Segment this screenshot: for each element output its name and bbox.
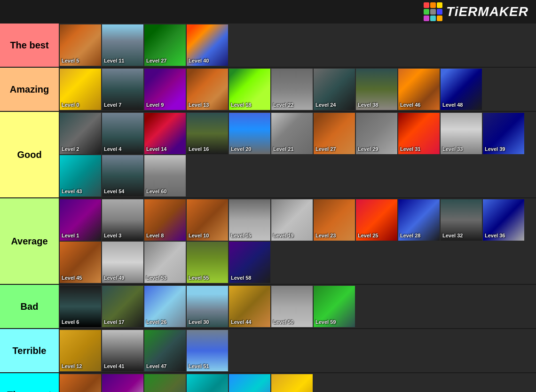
tier-item-label: Level 32 bbox=[442, 233, 463, 239]
tier-item[interactable]: Level 53 bbox=[144, 242, 186, 283]
tier-item[interactable]: Level 14 bbox=[144, 113, 186, 154]
tier-item[interactable]: Level 1 bbox=[60, 199, 101, 241]
tier-item-label: Level 4 bbox=[104, 146, 121, 152]
tier-item[interactable]: Level 50 bbox=[271, 286, 313, 327]
tier-item[interactable]: Level 34 bbox=[60, 374, 101, 392]
tier-item[interactable]: Level 20 bbox=[229, 113, 270, 154]
tier-item[interactable]: Level 5 bbox=[60, 24, 101, 66]
tier-item-label: Level 7 bbox=[104, 102, 121, 108]
tier-item[interactable]: Level 15 bbox=[229, 199, 270, 241]
tier-item[interactable]: Level 28 bbox=[398, 199, 440, 241]
tier-item[interactable]: Level 40 bbox=[187, 24, 228, 66]
tier-item-bg: Level 12 bbox=[60, 330, 101, 371]
tier-item-bg: Level 40 bbox=[187, 24, 228, 66]
tier-item[interactable]: Level 4 bbox=[102, 113, 143, 154]
tier-item[interactable]: Level 31 bbox=[398, 113, 440, 154]
tier-item[interactable]: Level 60 bbox=[144, 155, 186, 196]
logo-cell bbox=[437, 2, 442, 8]
tier-item[interactable]: Level 35 bbox=[102, 374, 143, 392]
tier-item[interactable]: Level 51 bbox=[187, 330, 228, 371]
tier-item[interactable]: Level 27 bbox=[314, 113, 355, 154]
tier-item[interactable]: Level 38 bbox=[356, 69, 397, 110]
tier-item[interactable]: Level 39 bbox=[483, 113, 524, 154]
tier-item[interactable]: Level 44 bbox=[229, 286, 270, 327]
tier-item-label: Level 17 bbox=[104, 319, 124, 325]
tier-item-bg: Level 55 bbox=[187, 242, 228, 283]
tier-item[interactable]: Level 2 bbox=[60, 113, 101, 154]
tier-item-bg: Level 14 bbox=[144, 113, 186, 154]
tier-item[interactable]: Level 55 bbox=[187, 242, 228, 283]
tier-item[interactable]: Level 25 bbox=[356, 199, 397, 241]
tier-item[interactable]: Level 41 bbox=[102, 330, 143, 371]
tier-item-label: Level 28 bbox=[400, 233, 420, 239]
logo-cell bbox=[424, 2, 429, 8]
tier-item-bg: Level 27 bbox=[314, 113, 355, 154]
tier-item[interactable]: Level 57 bbox=[271, 374, 313, 392]
tier-item-label: Level 55 bbox=[189, 275, 209, 281]
tier-item-bg: Level 49 bbox=[102, 242, 143, 283]
tier-item[interactable]: Level 46 bbox=[398, 69, 440, 110]
tier-item[interactable]: Level 12 bbox=[60, 330, 101, 371]
tier-label-worst: The worst bbox=[0, 373, 59, 392]
tier-item-label: Level 18 bbox=[231, 102, 251, 108]
tier-item[interactable]: Level 48 bbox=[441, 69, 482, 110]
tier-item-bg: Level 10 bbox=[187, 199, 228, 241]
tier-item[interactable]: Level 27 bbox=[144, 24, 186, 66]
tier-item[interactable]: Level 54 bbox=[102, 155, 143, 196]
tier-item-bg: Level 54 bbox=[102, 155, 143, 196]
tier-item[interactable]: Level 45 bbox=[60, 242, 101, 283]
tier-item[interactable]: Level 19 bbox=[271, 199, 313, 241]
tier-item-bg: Level 23 bbox=[314, 199, 355, 241]
tier-item[interactable]: Level 22 bbox=[271, 69, 313, 110]
logo-cell bbox=[437, 9, 442, 15]
logo-grid-icon bbox=[424, 2, 442, 21]
tier-item[interactable]: Level 17 bbox=[102, 286, 143, 327]
tier-item[interactable]: Level 26 bbox=[144, 286, 186, 327]
tier-item[interactable]: Level 42 bbox=[144, 374, 186, 392]
tier-item[interactable]: Level 0 bbox=[60, 69, 101, 110]
tier-item[interactable]: Level 56 bbox=[229, 374, 270, 392]
tier-item[interactable]: Level 16 bbox=[187, 113, 228, 154]
tier-item[interactable]: Level 23 bbox=[314, 199, 355, 241]
tier-item-bg: Level 30 bbox=[187, 286, 228, 327]
tier-item[interactable]: Level 13 bbox=[187, 69, 228, 110]
tier-item[interactable]: Level 10 bbox=[187, 199, 228, 241]
tier-item-bg: Level 45 bbox=[60, 242, 101, 283]
tier-item-bg: Level 41 bbox=[102, 330, 143, 371]
tier-item[interactable]: Level 43 bbox=[60, 155, 101, 196]
tier-item-label: Level 5 bbox=[62, 58, 79, 64]
tier-item-label: Level 43 bbox=[62, 188, 82, 195]
tier-item[interactable]: Level 33 bbox=[441, 113, 482, 154]
tier-item[interactable]: Level 11 bbox=[102, 24, 143, 66]
logo-cell bbox=[430, 16, 436, 21]
tier-item-bg: Level 24 bbox=[314, 69, 355, 110]
tier-item[interactable]: Level 30 bbox=[187, 286, 228, 327]
tier-item[interactable]: Level 36 bbox=[483, 199, 524, 241]
tier-item-bg: Level 48 bbox=[441, 69, 482, 110]
header: TiERMAKER bbox=[0, 0, 536, 24]
tier-item[interactable]: Level 18 bbox=[229, 69, 270, 110]
tier-item[interactable]: Level 8 bbox=[144, 199, 186, 241]
tier-item[interactable]: Level 58 bbox=[229, 242, 270, 283]
tier-item[interactable]: Level 47 bbox=[144, 330, 186, 371]
tier-item-label: Level 39 bbox=[485, 146, 505, 152]
tier-item[interactable]: Level 6 bbox=[60, 286, 101, 327]
tier-items-good: Level 2Level 4Level 14Level 16Level 20Le… bbox=[59, 112, 536, 197]
tier-item-label: Level 44 bbox=[231, 319, 251, 325]
tier-item-bg: Level 11 bbox=[102, 24, 143, 66]
tier-item[interactable]: Level 59 bbox=[314, 286, 355, 327]
tier-item[interactable]: Level 29 bbox=[356, 113, 397, 154]
tier-row-worst: The worstLevel 34Level 35Level 42Level 5… bbox=[0, 373, 536, 392]
tier-item[interactable]: Level 9 bbox=[144, 69, 186, 110]
tier-items-bad: Level 6Level 17Level 26Level 30Level 44L… bbox=[59, 285, 536, 328]
tier-item[interactable]: Level 49 bbox=[102, 242, 143, 283]
tier-item[interactable]: Level 32 bbox=[441, 199, 482, 241]
tier-label-bad: Bad bbox=[0, 285, 59, 328]
tier-item-bg: Level 53 bbox=[144, 242, 186, 283]
tier-item-bg: Level 33 bbox=[441, 113, 482, 154]
tier-item[interactable]: Level 21 bbox=[271, 113, 313, 154]
tier-item[interactable]: Level 7 bbox=[102, 69, 143, 110]
tier-item[interactable]: Level 52 bbox=[187, 374, 228, 392]
tier-item[interactable]: Level 24 bbox=[314, 69, 355, 110]
tier-item[interactable]: Level 3 bbox=[102, 199, 143, 241]
